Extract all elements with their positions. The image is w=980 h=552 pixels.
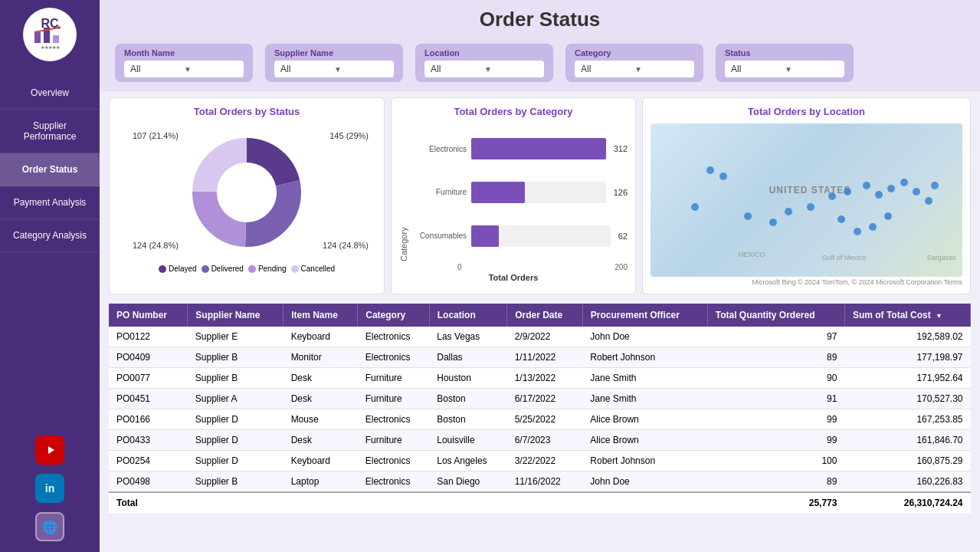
- map-dot: [887, 185, 895, 192]
- sidebar-item-order-status[interactable]: Order Status: [0, 153, 100, 186]
- sidebar: RC ★★★★★ Overview Supplier Performance O…: [0, 0, 100, 552]
- map-dot: [875, 191, 883, 199]
- legend-item-cancelled: Cancelled: [291, 264, 335, 273]
- table-row: PO0409Supplier BMonitorElectronicsDallas…: [109, 347, 971, 368]
- chevron-down-icon: ▼: [484, 65, 538, 74]
- table-row: PO0498Supplier BLaptopElectronicsSan Die…: [109, 472, 971, 493]
- main-content: Order Status Month Name All ▼ Supplier N…: [100, 0, 980, 552]
- map-gulf-label: Gulf of Mexico: [822, 254, 867, 261]
- sidebar-item-supplier-performance[interactable]: Supplier Performance: [0, 110, 100, 153]
- svg-text:★★★★★: ★★★★★: [41, 45, 61, 50]
- map-dot: [719, 172, 727, 180]
- bar-chart-title: Total Orders by Category: [399, 106, 628, 117]
- svg-point-6: [57, 26, 61, 29]
- map-dot: [828, 192, 836, 200]
- bar-row-electronics: Electronics 312: [413, 138, 628, 159]
- map-us-label: UNITED STATES: [769, 185, 851, 196]
- filter-category[interactable]: Category All ▼: [565, 44, 703, 82]
- map-mexico-label: MEXICO: [738, 251, 765, 258]
- col-item-name: Item Name: [284, 304, 358, 327]
- web-icon[interactable]: 🌐: [35, 512, 64, 541]
- svg-rect-2: [34, 32, 41, 43]
- col-order-date: Order Date: [507, 304, 583, 327]
- table-row: PO0433Supplier DDeskFurnitureLouisville6…: [109, 430, 971, 451]
- logo: RC ★★★★★: [23, 8, 77, 61]
- bar-chart-card: Total Orders by Category Category Electr…: [391, 97, 636, 294]
- donut-legend: Delayed Delivered Pending Cancelled: [117, 264, 376, 273]
- map-dot: [706, 166, 714, 174]
- filter-month-name[interactable]: Month Name All ▼: [115, 44, 253, 82]
- col-category: Category: [358, 304, 430, 327]
- map-dot: [769, 219, 777, 226]
- legend-item-delivered: Delivered: [202, 264, 244, 273]
- youtube-icon[interactable]: [35, 435, 64, 465]
- map-dot: [807, 203, 814, 211]
- map-visualization: UNITED STATES: [651, 123, 962, 277]
- table-row: PO0122Supplier EKeyboardElectronicsLas V…: [109, 327, 971, 347]
- table-row: PO0077Supplier BDeskFurnitureHouston1/13…: [109, 368, 971, 389]
- header: Order Status: [100, 0, 980, 38]
- col-total-cost[interactable]: Sum of Total Cost ▼: [844, 304, 970, 327]
- map-chart-card: Total Orders by Location UNITED STATES: [642, 97, 971, 294]
- bar-x-axis-label: Total Orders: [399, 271, 628, 282]
- map-dot: [744, 212, 752, 220]
- map-dot: [785, 208, 792, 215]
- orders-table: PO Number Supplier Name Item Name Catego…: [109, 304, 971, 513]
- filter-location[interactable]: Location All ▼: [415, 44, 553, 82]
- filter-supplier-name[interactable]: Supplier Name All ▼: [265, 44, 403, 82]
- page-title: Order Status: [115, 8, 965, 31]
- donut-chart-card: Total Orders by Status 107 (21.4%) 145 (…: [109, 97, 385, 294]
- charts-area: Total Orders by Status 107 (21.4%) 145 (…: [100, 91, 980, 301]
- logo-area: RC ★★★★★: [0, 0, 100, 69]
- table-header-row: PO Number Supplier Name Item Name Catego…: [109, 304, 971, 327]
- sidebar-item-category-analysis[interactable]: Category Analysis: [0, 219, 100, 252]
- sort-arrow-icon: ▼: [936, 312, 942, 320]
- col-procurement-officer: Procurement Officer: [582, 304, 707, 327]
- map-dot: [691, 203, 699, 211]
- legend-item-delayed: Delayed: [159, 264, 197, 273]
- map-dot: [931, 182, 939, 189]
- table-row: PO0451Supplier ADeskFurnitureBoston6/17/…: [109, 389, 971, 409]
- map-dot: [900, 179, 908, 186]
- bar-row-furniture: Furniture 126: [413, 182, 628, 203]
- chevron-down-icon: ▼: [634, 65, 688, 74]
- bar-x-axis: 0 200: [399, 261, 628, 271]
- map-chart-title: Total Orders by Location: [651, 106, 962, 117]
- legend-item-pending: Pending: [248, 264, 287, 273]
- donut-label-bottom-left: 124 (24.8%): [133, 241, 179, 250]
- map-dot: [869, 223, 877, 231]
- map-dot: [854, 228, 861, 235]
- bar-chart: Category Electronics 312 Furniture: [399, 123, 628, 261]
- map-dot: [884, 212, 892, 220]
- linkedin-icon[interactable]: in: [35, 474, 64, 503]
- footer-cost: 26,310,724.24: [844, 492, 970, 513]
- map-dot: [837, 215, 845, 223]
- map-dot: [925, 197, 932, 205]
- sidebar-item-payment-analysis[interactable]: Payment Analysis: [0, 186, 100, 219]
- data-table-area: PO Number Supplier Name Item Name Catego…: [100, 301, 980, 552]
- table-body: PO0122Supplier EKeyboardElectronicsLas V…: [109, 327, 971, 492]
- filter-status[interactable]: Status All ▼: [716, 44, 854, 82]
- map-sargasso-label: Sargasso: [927, 254, 956, 261]
- chevron-down-icon: ▼: [334, 65, 388, 74]
- donut-chart-title: Total Orders by Status: [117, 106, 376, 117]
- sidebar-item-overview[interactable]: Overview: [0, 77, 100, 110]
- social-links: in 🌐: [35, 435, 64, 552]
- map-footer: Microsoft Bing © 2024 TomTom, © 2024 Mic…: [651, 278, 962, 286]
- chevron-down-icon: ▼: [785, 65, 838, 74]
- chevron-down-icon: ▼: [184, 65, 238, 74]
- bar-row-consumables: Consumables 62: [413, 225, 628, 247]
- donut-svg: [185, 131, 308, 254]
- donut-chart: 107 (21.4%) 145 (29%) 124 (24.8%) 124 (2…: [117, 123, 376, 261]
- col-total-quantity: Total Quantity Ordered: [707, 304, 844, 327]
- col-location: Location: [429, 304, 506, 327]
- map-dot: [863, 182, 870, 189]
- map-dot: [913, 188, 920, 196]
- table-footer-row: Total 25,773 26,310,724.24: [109, 492, 971, 513]
- footer-quantity: 25,773: [707, 492, 844, 513]
- svg-rect-4: [53, 35, 59, 43]
- nav-menu: Overview Supplier Performance Order Stat…: [0, 77, 100, 435]
- bar-y-axis-label: Category: [399, 123, 408, 261]
- col-po-number: PO Number: [109, 304, 188, 327]
- footer-label: Total: [109, 492, 707, 513]
